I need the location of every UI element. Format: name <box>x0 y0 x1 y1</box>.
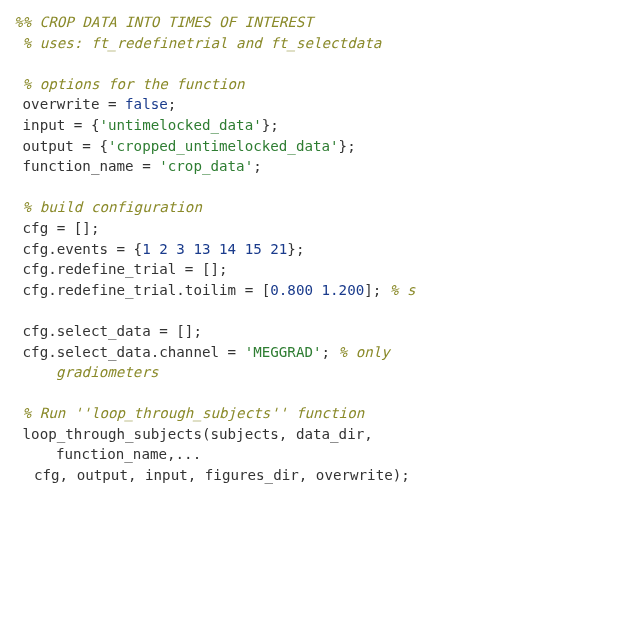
number-literal: 0.800 1.200 <box>270 282 364 298</box>
comment-options: % options for the function <box>14 76 245 92</box>
code-text: cfg = []; <box>14 220 99 236</box>
comment-inline: % only <box>339 344 390 360</box>
keyword-false: false <box>125 96 168 112</box>
comment-section-header: %% CROP DATA INTO TIMES OF INTEREST <box>14 14 313 30</box>
code-text: cfg.redefine_trial = []; <box>14 261 228 277</box>
string-literal: 'untimelocked_data' <box>99 117 261 133</box>
code-continuation: function_name,... <box>14 444 201 465</box>
code-text: output = { <box>14 138 108 154</box>
code-text: }; <box>339 138 356 154</box>
number-literal: 1 2 3 13 14 15 21 <box>142 241 287 257</box>
code-text: cfg.events = { <box>14 241 142 257</box>
code-text: input = { <box>14 117 99 133</box>
string-literal: 'cropped_untimelocked_data' <box>108 138 339 154</box>
code-text: loop_through_subjects(subjects, data_dir… <box>14 426 373 442</box>
code-text: cfg.select_data = []; <box>14 323 202 339</box>
code-text: ; <box>168 96 177 112</box>
code-text: ; <box>253 158 262 174</box>
code-continuation: cfg, output, input, figures_dir, overwri… <box>14 465 410 486</box>
code-block: %% CROP DATA INTO TIMES OF INTEREST % us… <box>14 12 608 486</box>
code-text: function_name = <box>14 158 159 174</box>
code-text: cfg.redefine_trial.toilim = [ <box>14 282 270 298</box>
comment-inline: % s <box>390 282 416 298</box>
code-text: }; <box>287 241 304 257</box>
string-literal: 'crop_data' <box>159 158 253 174</box>
code-text: overwrite = <box>14 96 125 112</box>
code-text: }; <box>262 117 279 133</box>
comment-build-config: % build configuration <box>14 199 202 215</box>
comment-run: % Run ''loop_through_subjects'' function <box>14 405 364 421</box>
code-text: ; <box>322 344 339 360</box>
string-literal: 'MEGGRAD' <box>245 344 322 360</box>
code-text: cfg.select_data.channel = <box>14 344 245 360</box>
comment-uses: % uses: ft_redefinetrial and ft_selectda… <box>14 35 381 51</box>
comment-continuation: gradiometers <box>14 362 159 383</box>
code-text: ]; <box>364 282 390 298</box>
